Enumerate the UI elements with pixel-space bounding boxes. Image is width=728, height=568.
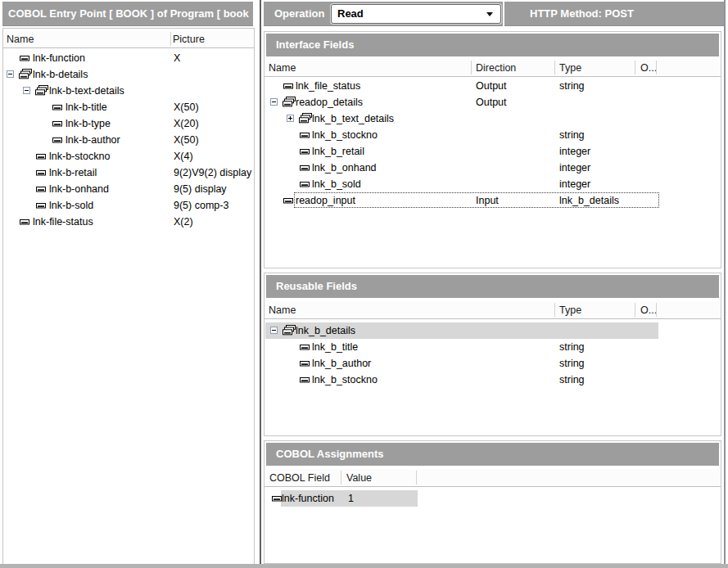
cell-type: integer — [559, 160, 590, 176]
tree-row[interactable]: lnk-b-retail9(2)V9(2) display — [3, 165, 254, 181]
column-header-type[interactable]: Type — [559, 59, 581, 77]
row-name: lnk_file_status — [296, 78, 360, 94]
group-icon — [283, 97, 296, 107]
cobol-assignments-section: COBOL Assignments COBOL Field Value lnk-… — [264, 440, 721, 564]
tree-row[interactable]: lnk-file-statusX(2) — [3, 214, 254, 230]
tree-row[interactable]: lnk_b_authorstring — [265, 355, 721, 372]
row-name: lnk-b-text-details — [49, 83, 124, 99]
tree-row[interactable]: lnk_b_stocknostring — [265, 127, 721, 143]
field-icon — [299, 376, 310, 384]
tree-row[interactable]: lnk-b-text-details — [3, 83, 254, 99]
column-header-value[interactable]: Value — [346, 469, 372, 487]
column-divider — [656, 61, 657, 74]
cell-picture: 9(5) display — [174, 181, 227, 197]
row-name: lnk-b-stockno — [49, 148, 110, 165]
row-name: readop_input — [296, 192, 355, 209]
field-icon — [35, 152, 47, 160]
operation-label: Operation — [274, 2, 324, 26]
window-bottom-border — [0, 564, 728, 568]
row-name: lnk-b-onhand — [49, 181, 109, 197]
cell-type: string — [559, 372, 585, 388]
tree-row[interactable]: lnk_b_stocknostring — [265, 372, 721, 388]
left-tree-rows: lnk-functionXlnk-b-detailslnk-b-text-det… — [3, 50, 254, 230]
field-icon — [271, 494, 283, 503]
tree-row[interactable]: lnk-b-onhand9(5) display — [3, 181, 254, 197]
column-divider — [416, 471, 417, 485]
cobol-entry-tree-table: Name Picture lnk-functionXlnk-b-detailsl… — [2, 28, 255, 564]
tree-row[interactable]: lnk-b-details — [3, 66, 254, 83]
row-name: lnk-file-status — [33, 214, 93, 230]
column-header-cobol-field[interactable]: COBOL Field — [269, 469, 330, 487]
field-icon — [283, 82, 294, 90]
operation-dropdown-value: Read — [337, 5, 364, 23]
column-header-name[interactable]: Name — [7, 30, 34, 48]
group-icon — [283, 325, 296, 336]
interface-fields-header: Name Direction Type O... — [265, 59, 721, 77]
column-divider — [471, 61, 472, 74]
tree-row[interactable]: lnk-functionX — [3, 50, 254, 66]
field-icon — [35, 169, 47, 177]
column-divider — [170, 32, 171, 46]
row-name: lnk_b_retail — [312, 143, 364, 160]
http-method-label: HTTP Method: POST — [530, 2, 634, 26]
row-name: lnk_b_stockno — [312, 127, 378, 143]
field-icon — [283, 196, 294, 205]
row-name: lnk-b-author — [66, 132, 120, 148]
row-name: lnk_b_text_details — [312, 110, 394, 127]
reusable-fields-section: Reusable Fields Name Type O... lnk_b_det… — [264, 273, 721, 436]
chevron-down-icon — [486, 12, 493, 16]
row-name: lnk-function — [33, 50, 85, 66]
tree-row[interactable]: lnk_b_text_details — [265, 110, 721, 127]
tree-row[interactable]: lnk_b_onhandinteger — [265, 160, 721, 176]
tree-row[interactable]: lnk_b_soldinteger — [265, 176, 721, 192]
column-divider — [635, 303, 635, 317]
tree-row[interactable]: lnk-b-authorX(50) — [3, 132, 254, 148]
cell-picture: 9(5) comp-3 — [174, 197, 228, 214]
cell-picture: X(4) — [174, 148, 193, 165]
tree-row[interactable]: lnk-b-titleX(50) — [3, 99, 254, 115]
interface-fields-rows: lnk_file_statusOutputstringreadop_detail… — [265, 78, 721, 209]
row-name: lnk_b_onhand — [312, 160, 377, 176]
row-name: lnk_b_details — [296, 322, 355, 339]
row-name: lnk-b-sold — [49, 197, 93, 214]
panel-splitter[interactable] — [260, 0, 261, 568]
column-header-occurs[interactable]: O... — [640, 59, 657, 77]
column-header-name[interactable]: Name — [269, 301, 296, 319]
column-header-name[interactable]: Name — [269, 59, 296, 77]
row-name: lnk-b-details — [33, 66, 88, 83]
tree-row[interactable]: lnk-b-stocknoX(4) — [3, 148, 254, 165]
tree-row[interactable]: lnk_b_retailinteger — [265, 143, 721, 160]
column-header-type[interactable]: Type — [559, 301, 581, 319]
reusable-fields-title: Reusable Fields — [266, 275, 719, 298]
cell-picture: X(2) — [174, 214, 193, 230]
tree-row[interactable]: lnk-b-typeX(20) — [3, 115, 254, 132]
tree-row[interactable]: lnk-function1 — [265, 490, 721, 507]
tree-row[interactable]: readop_detailsOutput — [265, 94, 721, 110]
collapse-minus-icon[interactable] — [7, 70, 14, 78]
cell-type: integer — [559, 176, 590, 192]
row-name: lnk_b_title — [312, 339, 358, 355]
column-divider — [656, 303, 657, 317]
reusable-fields-rows: lnk_b_detailslnk_b_titlestringlnk_b_auth… — [265, 322, 721, 388]
tree-row[interactable]: readop_inputInputlnk_b_details — [265, 192, 721, 209]
tree-row[interactable]: lnk-b-sold9(5) comp-3 — [3, 197, 254, 214]
window-right-border — [724, 0, 726, 568]
cell-direction: Output — [476, 94, 507, 110]
left-table-header: Name Picture — [3, 30, 254, 48]
collapse-minus-icon[interactable] — [23, 87, 30, 94]
collapse-minus-icon[interactable] — [270, 327, 278, 334]
field-icon — [299, 164, 310, 172]
collapse-minus-icon[interactable] — [270, 98, 278, 106]
cell-value: 1 — [348, 490, 354, 507]
column-header-occurs[interactable]: O... — [640, 301, 657, 319]
column-header-picture[interactable]: Picture — [173, 30, 205, 48]
group-icon — [19, 69, 32, 79]
tree-row[interactable]: lnk_b_details — [265, 322, 721, 339]
interface-fields-section: Interface Fields Name Direction Type O..… — [264, 31, 721, 268]
expand-plus-icon[interactable] — [287, 115, 294, 122]
tree-row[interactable]: lnk_b_titlestring — [265, 339, 721, 355]
tree-row[interactable]: lnk_file_statusOutputstring — [265, 78, 721, 94]
field-icon — [52, 119, 63, 128]
column-header-direction[interactable]: Direction — [476, 59, 516, 77]
operation-dropdown[interactable]: Read — [331, 4, 501, 24]
